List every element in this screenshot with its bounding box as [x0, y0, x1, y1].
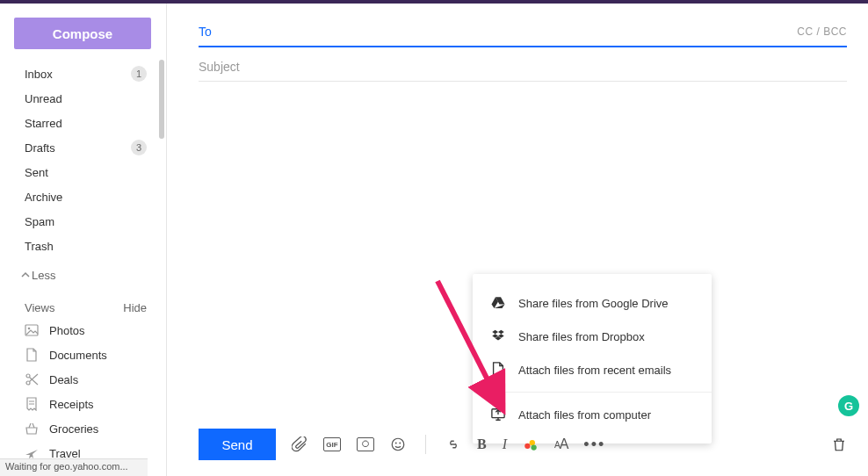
svg-point-10 [530, 440, 535, 445]
compose-area: To CC / BCC Subject Share files from Goo… [167, 4, 868, 476]
link-icon[interactable] [445, 436, 461, 452]
sidebar-scrollbar[interactable] [157, 60, 166, 472]
folder-label: Unread [25, 92, 62, 105]
folder-label: Drafts [25, 141, 55, 155]
view-label: Deals [49, 373, 78, 386]
compose-button[interactable]: Compose [14, 18, 151, 49]
view-label: Photos [49, 324, 84, 337]
attach-dropbox[interactable]: Share files from Dropbox [473, 320, 712, 353]
folder-label: Inbox [25, 68, 53, 81]
folder-badge: 3 [131, 140, 147, 155]
to-field-row[interactable]: To CC / BCC [199, 25, 847, 47]
to-label: To [199, 25, 212, 39]
folder-drafts[interactable]: Drafts 3 [0, 135, 166, 160]
photos-icon [25, 323, 39, 337]
svg-point-11 [531, 444, 536, 450]
subject-field[interactable]: Subject [199, 60, 847, 82]
view-deals[interactable]: Deals [0, 367, 166, 392]
file-icon [490, 362, 506, 378]
folder-label: Starred [25, 117, 62, 130]
scrollbar-thumb[interactable] [159, 60, 164, 139]
svg-point-9 [524, 444, 530, 449]
sidebar: Compose Inbox 1 Unread Starred Drafts 3 … [0, 4, 167, 476]
scissors-icon [25, 372, 39, 386]
folder-label: Trash [25, 240, 54, 253]
folder-sent[interactable]: Sent [0, 160, 166, 184]
hide-views-button[interactable]: Hide [123, 301, 147, 314]
folder-label: Spam [25, 215, 54, 228]
views-header: Views [25, 301, 54, 314]
bold-icon[interactable]: B [477, 436, 487, 452]
more-formatting-icon[interactable]: ••• [583, 436, 605, 454]
view-documents[interactable]: Documents [0, 343, 166, 367]
google-drive-icon [490, 295, 506, 311]
view-label: Documents [49, 349, 107, 362]
view-groceries[interactable]: Groceries [0, 416, 166, 441]
less-label: Less [32, 269, 55, 282]
italic-icon[interactable]: I [503, 436, 507, 452]
svg-point-2 [26, 374, 30, 378]
compose-toolbar: Send GIF B I [199, 429, 847, 460]
computer-icon [490, 407, 506, 422]
attach-item-label: Attach files from computer [518, 408, 651, 422]
folder-spam[interactable]: Spam [0, 209, 166, 234]
folder-trash[interactable]: Trash [0, 234, 166, 258]
view-label: Receipts [49, 398, 94, 411]
attach-from-computer[interactable]: Attach files from computer [473, 398, 712, 431]
folder-unread[interactable]: Unread [0, 86, 166, 111]
attach-item-label: Attach files from recent emails [518, 364, 671, 377]
chevron-up-icon [21, 269, 30, 282]
folder-list: Inbox 1 Unread Starred Drafts 3 Sent Arc… [0, 60, 166, 263]
text-color-icon[interactable] [523, 436, 539, 452]
attach-menu: Share files from Google Drive Share file… [473, 274, 712, 444]
svg-point-6 [392, 438, 404, 451]
stationery-icon[interactable] [357, 437, 374, 451]
svg-point-3 [26, 381, 30, 385]
gif-icon[interactable]: GIF [323, 437, 341, 451]
menu-separator [473, 392, 712, 393]
view-photos[interactable]: Photos [0, 318, 166, 343]
folder-badge: 1 [131, 66, 147, 82]
send-button[interactable]: Send [199, 429, 276, 460]
cc-bcc-toggle[interactable]: CC / BCC [797, 25, 847, 38]
browser-statusbar: Waiting for geo.yahoo.com... [0, 458, 148, 476]
receipt-icon [25, 397, 39, 411]
folder-label: Sent [25, 166, 48, 179]
folder-starred[interactable]: Starred [0, 111, 166, 135]
svg-point-1 [28, 328, 31, 330]
toolbar-divider [425, 435, 426, 454]
font-size-icon[interactable]: AA [554, 436, 568, 452]
view-label: Groceries [49, 422, 98, 436]
folder-archive[interactable]: Archive [0, 184, 166, 209]
folder-label: Archive [25, 191, 62, 204]
attach-item-label: Share files from Google Drive [518, 297, 669, 310]
grammarly-badge[interactable]: G [838, 395, 859, 416]
basket-icon [25, 422, 39, 436]
document-icon [25, 348, 39, 362]
attach-google-drive[interactable]: Share files from Google Drive [473, 286, 712, 320]
attach-item-label: Share files from Dropbox [518, 330, 645, 343]
discard-draft-icon[interactable] [831, 436, 847, 452]
svg-point-7 [395, 443, 397, 444]
attach-recent-emails[interactable]: Attach files from recent emails [473, 353, 712, 386]
emoji-icon[interactable] [390, 436, 406, 452]
attach-icon[interactable] [292, 436, 307, 452]
less-toggle[interactable]: Less [0, 263, 166, 287]
dropbox-icon [490, 328, 506, 344]
view-receipts[interactable]: Receipts [0, 392, 166, 416]
folder-inbox[interactable]: Inbox 1 [0, 61, 166, 86]
svg-point-8 [399, 443, 401, 444]
